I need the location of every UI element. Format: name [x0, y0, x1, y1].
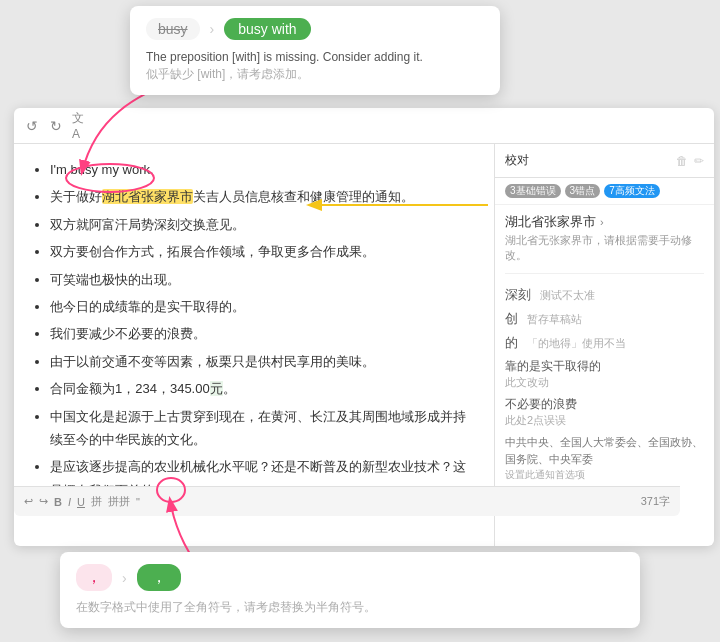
- toolbar-undo[interactable]: ↩: [24, 495, 33, 508]
- tooltip-punct-desc: 在数字格式中使用了全角符号，请考虑替换为半角符号。: [76, 599, 624, 616]
- editor-container: ↺ ↻ 文A I'm busy my work. 关于做好湖北省张家界市关吉人员…: [14, 108, 714, 546]
- word-label: 的: [505, 335, 518, 350]
- word-label: 不必要的浪费: [505, 397, 577, 411]
- panel-title: 校对: [505, 152, 529, 169]
- word-note: 「的地得」使用不当: [527, 337, 626, 349]
- word-note: 此文改动: [505, 375, 704, 390]
- old-word-chip: busy: [146, 18, 200, 40]
- correction-title: 湖北省张家界市 ›: [505, 213, 704, 231]
- list-item: 合同金额为1，234，345.00元。: [50, 377, 478, 400]
- word-label: 靠的是实干取得的: [505, 359, 601, 373]
- word-label: 创: [505, 311, 518, 326]
- correction-word-title: 湖北省张家界市: [505, 213, 596, 231]
- toolbar-quote[interactable]: ": [136, 496, 140, 508]
- list-item: 我们要减少不必要的浪费。: [50, 322, 478, 345]
- panel-tabs: 3基础错误 3错点 7高频文法: [495, 178, 714, 205]
- toolbar-bold[interactable]: B: [54, 496, 62, 508]
- word-count: 371字: [641, 494, 670, 509]
- word-note: 测试不太准: [540, 289, 595, 301]
- toolbar-redo[interactable]: ↪: [39, 495, 48, 508]
- tooltip-description-en: The preposition [with] is missing. Consi…: [146, 48, 484, 66]
- word-item-shendiao: 深刻 测试不太准: [505, 286, 704, 304]
- bottom-toolbar: ↩ ↪ B I U 拼 拼拼 " 371字: [14, 486, 680, 516]
- panel-edit-icon[interactable]: ✏: [694, 154, 704, 168]
- panel-delete-icon[interactable]: 🗑: [676, 154, 688, 168]
- correction-desc: 湖北省无张家界市，请根据需要手动修改。: [505, 233, 704, 263]
- editor-toolbar: ↺ ↻ 文A: [14, 108, 714, 144]
- arrow-right-icon2: ›: [122, 570, 127, 586]
- tab-error-points[interactable]: 3错点: [565, 184, 601, 198]
- tooltip-description-zh: 似乎缺少 [with]，请考虑添加。: [146, 66, 484, 83]
- format-icon[interactable]: 文A: [72, 118, 88, 134]
- org-text: 中共中央、全国人大常委会、全国政协、国务院、中央军委: [505, 436, 703, 465]
- list-item: 双方就阿富汗局势深刻交换意见。: [50, 213, 478, 236]
- list-item: I'm busy my work.: [50, 158, 478, 181]
- word-item-de: 的 「的地得」使用不当: [505, 334, 704, 352]
- correction-item: 湖北省张家界市 › 湖北省无张家界市，请根据需要手动修改。: [505, 213, 704, 274]
- arrow-right-icon: ›: [210, 21, 215, 37]
- word-note: 此处2点误误: [505, 413, 704, 428]
- tab-basic-errors[interactable]: 3基础错误: [505, 184, 561, 198]
- tab-high-freq[interactable]: 7高频文法: [604, 184, 660, 198]
- word-label: 深刻: [505, 287, 531, 302]
- list-item: 关于做好湖北省张家界市关吉人员信息核查和健康管理的通知。: [50, 185, 478, 208]
- tooltip-punctuation: ， › ， 在数字格式中使用了全角符号，请考虑替换为半角符号。: [60, 552, 640, 628]
- toolbar-spell2[interactable]: 拼拼: [108, 494, 130, 509]
- tooltip-busy-with: busy › busy with The preposition [with] …: [130, 6, 500, 95]
- word-item-langfei: 不必要的浪费 此处2点误误: [505, 396, 704, 428]
- panel-header: 校对 🗑 ✏: [495, 144, 714, 178]
- old-punct-chip: ，: [76, 564, 112, 591]
- toolbar-italic[interactable]: I: [68, 496, 71, 508]
- toolbar-spell1[interactable]: 拼: [91, 494, 102, 509]
- refresh-icon[interactable]: ↺: [24, 118, 40, 134]
- word-item-kao: 靠的是实干取得的 此文改动: [505, 358, 704, 390]
- correction-arrow: ›: [600, 216, 604, 228]
- list-item: 他今日的成绩靠的是实干取得的。: [50, 295, 478, 318]
- new-punct-chip: ，: [137, 564, 181, 591]
- redo-icon[interactable]: ↻: [48, 118, 64, 134]
- punct-arrow-area: ， › ，: [76, 564, 624, 591]
- list-item: 中国文化是起源于上古贯穿到现在，在黄河、长江及其周围地域形成并持续至今的中华民族…: [50, 405, 478, 452]
- list-item: 由于以前交通不变等因素，板栗只是供村民享用的美味。: [50, 350, 478, 373]
- list-item: 可笑端也极快的出现。: [50, 268, 478, 291]
- org-note: 设置此通知首选项: [505, 467, 704, 482]
- word-note: 暂存草稿站: [527, 313, 582, 325]
- list-item: 双方要创合作方式，拓展合作领域，争取更多合作成果。: [50, 240, 478, 263]
- word-item-orgs: 中共中央、全国人大常委会、全国政协、国务院、中央军委 设置此通知首选项: [505, 434, 704, 482]
- new-word-chip: busy with: [224, 18, 310, 40]
- toolbar-underline[interactable]: U: [77, 496, 85, 508]
- word-item-chuang: 创 暂存草稿站: [505, 310, 704, 328]
